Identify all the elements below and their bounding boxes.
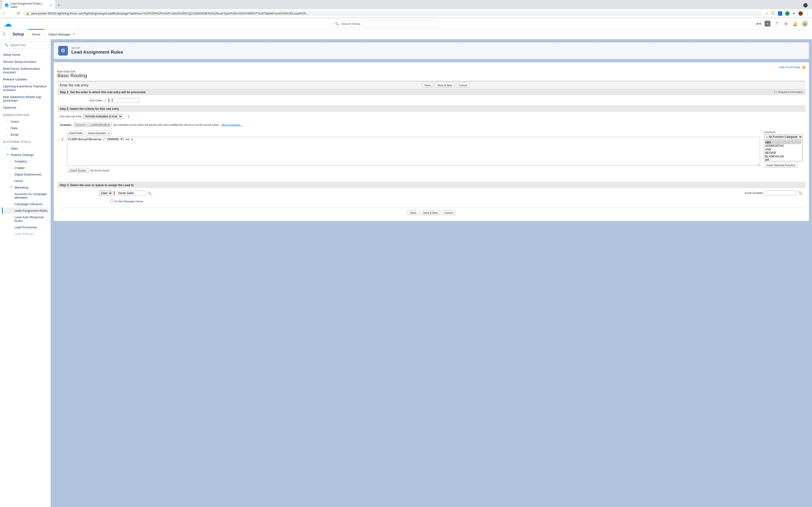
criteria-type-select[interactable]: formula evaluates to true [83,114,122,119]
nav-mfa-assistant[interactable]: Multi-Factor Authentication Assistant [2,65,49,76]
forward-button[interactable]: → [10,11,13,16]
nav-apps[interactable]: Apps [2,145,49,152]
bookmark-star-icon[interactable]: ☆ [765,11,768,16]
example-row: Example: OwnerId <> LastModifiedById {0}… [57,121,806,129]
required-bar [108,99,109,102]
app-launcher-icon[interactable]: ⠿ [0,30,9,39]
assignee-type-select[interactable]: User [99,190,112,196]
insert-operator-button[interactable]: Insert Operator ▼ [86,131,112,135]
notifications-icon[interactable]: 🔔 [792,21,798,26]
help-for-page-link[interactable]: Help for this Page [779,66,800,68]
url-box[interactable]: 🔒 java-power-66192.lightning.force.com/l… [23,11,762,16]
nav-users[interactable]: Users [2,118,49,125]
run-rule-if-label: Run this rule if the [60,115,82,118]
email-template-input[interactable] [765,190,796,195]
callout-2: 2 [62,137,63,141]
more-examples-link[interactable]: More Examples... [221,123,242,126]
nav-feature-settings[interactable]: Feature Settings [2,152,49,158]
save-new-button-bottom[interactable]: Save & New [420,210,440,215]
example-text: {0} evaluates to true when the person wh… [113,123,220,126]
chevron-right-icon [7,147,9,150]
assignee-input[interactable] [117,191,146,195]
sort-order-row: Sort Order i [57,95,806,106]
nav-digital-experiences[interactable]: Digital Experiences [2,171,49,178]
reload-button[interactable]: ⟳ [17,11,20,16]
colon: : [124,115,125,118]
nav-lead-auto-response[interactable]: Lead Auto-Response Rules [2,214,49,224]
insert-selected-function-button[interactable]: Insert Selected Function [764,163,798,168]
nav-setup-home[interactable]: Setup Home [2,51,49,58]
function-category-select[interactable]: -- All Function Categories -- [764,134,803,139]
browser-menu-icon[interactable]: ⋮ [806,11,810,16]
save-new-button[interactable]: Save & New [435,83,455,88]
rule-name: Basic Routing [57,73,806,78]
check-syntax-button[interactable]: Check Syntax [67,168,89,173]
extension-icon-1[interactable] [778,11,782,16]
do-not-reassign-label: Do Not Reassign Owner [114,200,143,203]
nav-home-feature[interactable]: Home [2,178,49,184]
salesforce-favicon [5,3,8,7]
required-bar [114,191,114,195]
nav-service-setup[interactable]: Service Setup Assistant [2,58,49,65]
syntax-result: No errors found [91,169,109,172]
back-button[interactable]: ← [2,11,6,16]
extension-icon-2[interactable] [785,11,790,16]
required-note: |= Required Information [774,91,803,94]
nav-analytics[interactable]: Analytics [2,158,49,165]
function-list[interactable]: ABS ADDMONTHS AND BEGINS BLANKVALUE BR [764,140,803,161]
quick-find-placeholder: Quick Find [10,43,26,47]
setup-sidebar: 🔍 Quick Find Setup Home Service Setup As… [0,39,51,507]
tab-home[interactable]: Home [28,29,45,39]
info-icon[interactable]: i [103,99,107,102]
nav-lead-processes[interactable]: Lead Processes [2,224,49,231]
lookup-icon[interactable]: 🔍 [147,191,152,195]
sort-order-input[interactable] [110,98,139,103]
insert-field-button[interactable]: Insert Field [67,131,84,135]
nav-data[interactable]: Data [2,125,49,131]
browser-tab[interactable]: Lead Assignment Rules | Sales × [2,0,55,11]
global-search[interactable]: 🔍 Search Setup [332,20,438,27]
global-header: ☁ 🔍 Search Setup ★▾ ＋ ? ⚙ 🔔 🐱 [0,18,812,30]
nav-optimizer[interactable]: Optimizer [2,104,49,111]
formula-textarea[interactable]: FLOOR(AnnualRevenue / 1000000.0) == 1 [67,137,760,166]
global-actions-icon[interactable]: ＋ [765,21,770,26]
chevron-down-icon [7,153,9,157]
salesforce-logo[interactable]: ☁ [4,20,14,27]
profile-avatar[interactable] [799,11,803,16]
nav-email[interactable]: Email [2,131,49,138]
cancel-button[interactable]: Cancel [456,83,469,88]
nav-chatter[interactable]: Chatter [2,165,49,171]
help-link-row: Help for this Page ? [57,66,806,69]
nav-mobile-quickstart[interactable]: New Salesforce Mobile App QuickStart [2,94,49,104]
nav-lead-assignment-rules[interactable]: Lead Assignment Rules [2,207,49,214]
save-button-bottom[interactable]: Save [407,210,419,215]
help-icon[interactable]: ? [774,21,779,26]
nav-accounts-campaign[interactable]: Accounts As Campaign Members [2,191,49,201]
step3-header: Step 3: Select the user or queue to assi… [57,182,806,188]
info-icon[interactable]: ⓘ [771,11,775,16]
step2-header: Step 2: Select the criteria for this rul… [57,106,806,112]
favorites-icon[interactable]: ★▾ [755,21,761,26]
lookup-icon[interactable]: 🔍 [798,191,803,195]
do-not-reassign-checkbox[interactable] [110,200,114,203]
setup-gear-icon[interactable]: ⚙ [783,21,789,26]
new-tab-button[interactable]: + [55,2,63,9]
nav-marketing[interactable]: Marketing [2,184,49,191]
help-icon[interactable]: ? [802,66,806,69]
cancel-button-bottom[interactable]: Cancel [442,210,455,215]
save-button[interactable]: Save [422,83,433,88]
rule-entry-panel: Help for this Page ? Rule Entry Edit Bas… [54,62,809,221]
enter-rule-bar: Enter the rule entry Save Save & New Can… [57,81,806,89]
nav-lex-transition[interactable]: Lightning Experience Transition Assistan… [2,83,49,94]
extensions-puzzle-icon[interactable]: ✦ [793,11,796,16]
nav-release-updates[interactable]: Release Updates [2,76,49,83]
app-name: Setup [9,30,28,39]
close-tab-icon[interactable]: × [50,3,52,7]
nav-lead-settings[interactable]: Lead Settings [2,231,49,237]
user-avatar[interactable]: 🐱 [801,20,808,27]
nav-campaign-influence[interactable]: Campaign Influence [2,201,49,207]
quick-find-input[interactable]: 🔍 Quick Find [2,41,49,49]
tab-object-manager[interactable]: Object Manager [45,30,79,39]
content-area: ⚙ SETUP Lead Assignment Rules Help for t… [51,39,812,507]
url-text: java-power-66192.lightning.force.com/lig… [32,12,308,15]
